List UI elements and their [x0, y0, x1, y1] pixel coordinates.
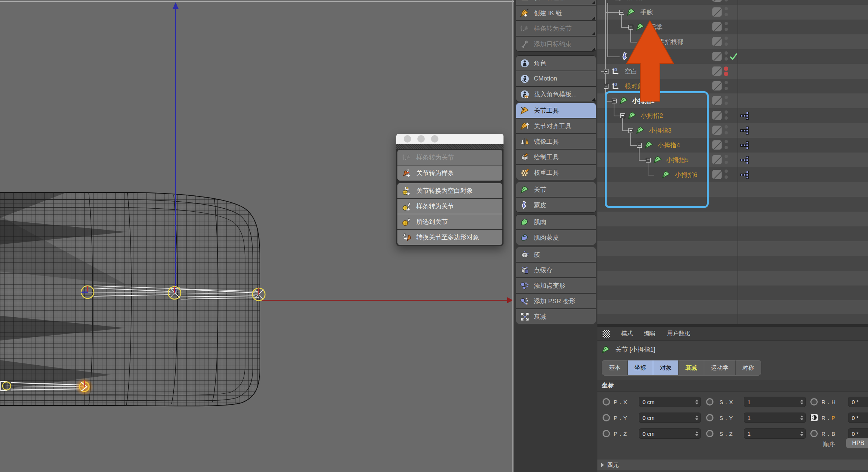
menu-item-spline-to-joint-convert[interactable]: 样条转为关节: [397, 199, 502, 214]
menu-item-joint-to-polygon[interactable]: 转换关节至多边形对象: [397, 230, 502, 245]
selection-to-joint-icon: [402, 217, 411, 227]
mirror-tool-icon: [520, 137, 529, 146]
coord-row-R.P: R . P0 °: [597, 412, 868, 423]
tab-运动学[interactable]: 运动学: [704, 360, 736, 375]
palette-item-add-psr-deform[interactable]: PSR添加 PSR 变形: [516, 294, 596, 308]
joint-conversion-window[interactable]: 样条转为关节关节转为样条0关节转换为空白对象样条转为关节所选到关节转换关节至多边…: [396, 134, 503, 246]
palette-item-spline-to-joint[interactable]: 样条转为关节: [516, 21, 596, 36]
palette-item-add-target-constraint[interactable]: 添加目标约束: [516, 37, 596, 51]
palette-item-label: 添加点变形: [534, 281, 565, 290]
palette-item-skin[interactable]: 蒙皮: [516, 198, 596, 212]
palette-group-4: 肌肉肌肉蒙皮: [516, 214, 596, 245]
menu-group-1: 0关节转换为空白对象样条转为关节所选到关节转换关节至多边形对象: [397, 183, 503, 245]
palette-item-label: 添加目标约束: [534, 40, 572, 48]
submenu-corner-icon: [592, 47, 595, 51]
palette-item-load-character-template[interactable]: 载入角色模板...: [516, 87, 596, 102]
palette-item-point-cache[interactable]: 点缓存: [516, 263, 596, 277]
palette-item-label: 肌肉: [534, 218, 546, 226]
menu-item-spline-to-joint[interactable]: 样条转为关节: [397, 150, 502, 165]
palette-item-label: 样条转为关节: [534, 24, 572, 33]
palette-item-label: 关节对齐工具: [534, 122, 572, 130]
palette-item-muscle[interactable]: 肌肉: [516, 215, 596, 229]
palette-item-muscle-skin[interactable]: 肌肉蒙皮: [516, 230, 596, 245]
palette-item-label: 绘制工具: [534, 153, 559, 161]
palette-item-label: 载入角色模板...: [534, 90, 577, 99]
palette-item-label: 衰减: [534, 312, 546, 321]
attr-menu-0[interactable]: 模式: [621, 330, 633, 338]
rotation-order-row: 顺序 HPB: [597, 439, 868, 450]
tab-衰减[interactable]: 衰减: [679, 360, 704, 375]
coord-input-R.P[interactable]: 0 °: [848, 413, 868, 423]
keyframe-toggle[interactable]: [810, 398, 818, 406]
quaternion-section-header[interactable]: 四元: [597, 459, 868, 471]
palette-item-paint-tool[interactable]: 绘制工具: [516, 150, 596, 164]
spline-to-joint-icon: [520, 24, 529, 33]
menu-item-label: 关节转为样条: [416, 169, 454, 177]
muscle-skin-icon: [520, 233, 529, 242]
window-grip[interactable]: [396, 144, 503, 149]
window-zoom-button[interactable]: [431, 135, 438, 143]
palette-item-falloff[interactable]: 衰减: [516, 309, 596, 324]
add-psr-deform-icon: PSR: [520, 296, 529, 306]
palette-item-weight-tool[interactable]: 权重工具: [516, 165, 596, 180]
submenu-corner-icon: [592, 98, 595, 101]
coord-input-R.H[interactable]: 0 °: [848, 397, 868, 407]
palette-item-weight-manager[interactable]: 权重管理器: [516, 0, 596, 5]
palette-item-add-point-deform[interactable]: 添加点变形: [516, 278, 596, 293]
palette-item-mirror-tool[interactable]: 镜像工具: [516, 134, 596, 149]
palette-group-1: 角色CMotion载入角色模板...: [516, 55, 596, 102]
palette-item-label: 关节工具: [534, 106, 559, 115]
add-point-deform-icon: [520, 281, 529, 290]
coordinates-section-header[interactable]: 坐标: [597, 380, 868, 392]
point-cache-icon: [520, 265, 529, 275]
palette-item-label: 权重管理器: [534, 0, 565, 2]
menu-item-label: 关节转换为空白对象: [416, 187, 473, 195]
attr-menu-2[interactable]: 用户数据: [667, 330, 691, 338]
keyframe-toggle[interactable]: [810, 430, 818, 437]
keyframe-set-toggle[interactable]: [810, 414, 818, 421]
joint-to-polygon-icon: [402, 233, 411, 242]
menu-item-selection-to-joint[interactable]: 所选到关节: [397, 214, 502, 229]
collapsed-triangle-icon: [601, 463, 604, 467]
menu-item-joint-to-null[interactable]: 0关节转换为空白对象: [397, 183, 502, 198]
coord-value: 0 °: [848, 399, 868, 405]
palette-item-joint-tool[interactable]: 关节工具: [516, 103, 596, 118]
palette-item-cmotion[interactable]: CMotion: [516, 71, 596, 86]
svg-text:0: 0: [406, 186, 408, 189]
palette-group-3: 关节蒙皮: [516, 182, 596, 213]
muscle-icon: [520, 217, 529, 227]
attr-menu-1[interactable]: 编辑: [644, 330, 656, 338]
menu-item-label: 样条转为关节: [416, 153, 454, 162]
rotation-order-select[interactable]: HPB: [846, 438, 868, 448]
coord-label: R . B: [821, 428, 835, 439]
tab-对象[interactable]: 对象: [653, 360, 679, 375]
add-target-constraint-icon: [520, 39, 529, 49]
wireframe-mesh: [0, 192, 260, 406]
window-close-button[interactable]: [404, 135, 411, 143]
submenu-corner-icon: [592, 1, 595, 4]
attribute-tabs: 基本坐标对象衰减运动学对称: [602, 360, 761, 376]
menu-body: 样条转为关节关节转为样条0关节转换为空白对象样条转为关节所选到关节转换关节至多边…: [396, 149, 503, 246]
window-titlebar[interactable]: [396, 134, 503, 144]
palette-item-joint-align-tool[interactable]: 关节对齐工具: [516, 119, 596, 133]
coord-input-R.B[interactable]: 0 °: [848, 428, 868, 439]
palette-group-0: 权重管理器创建 IK 链样条转为关节添加目标约束: [516, 0, 596, 52]
palette-item-label: 添加 PSR 变形: [534, 297, 575, 305]
spline-to-joint-icon: [402, 153, 411, 163]
tab-对称[interactable]: 对称: [736, 360, 761, 375]
palette-item-joint[interactable]: 关节: [516, 182, 596, 197]
attribute-menubar: 模式编辑用户数据: [597, 327, 868, 341]
tab-基本[interactable]: 基本: [602, 360, 628, 375]
submenu-corner-icon: [592, 16, 595, 20]
tab-坐标[interactable]: 坐标: [628, 360, 653, 375]
joint-tool-icon: [520, 106, 529, 115]
window-minimize-button[interactable]: [417, 135, 425, 143]
annotation-arrow: [597, 0, 868, 324]
palette-item-cluster[interactable]: 簇: [516, 247, 596, 262]
palette-item-label: 簇: [534, 250, 540, 259]
palette-item-character[interactable]: 角色: [516, 56, 596, 71]
menu-item-joint-to-spline[interactable]: 关节转为样条: [397, 165, 502, 181]
palette-item-create-ik-chain[interactable]: 创建 IK 链: [516, 6, 596, 20]
object-title: 关节 [小拇指1]: [615, 345, 655, 354]
weight-manager-icon: [520, 0, 529, 2]
